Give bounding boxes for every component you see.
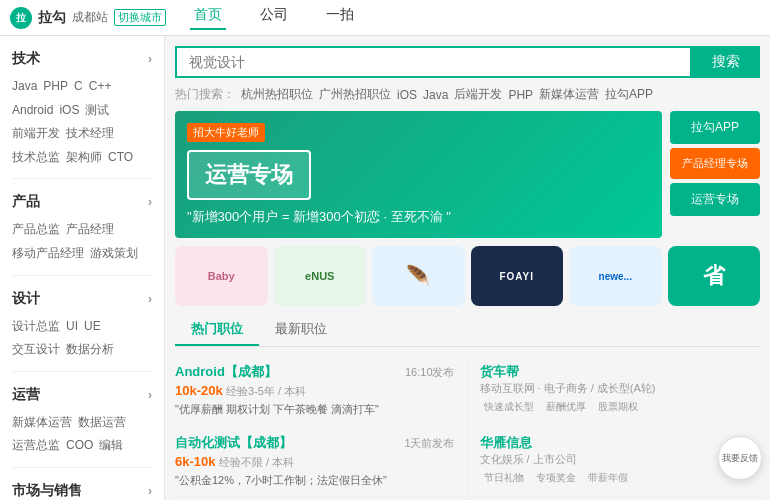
benefit-tag: 股票期权: [594, 399, 642, 415]
sidebar-links-operations: 新媒体运营 数据运营 运营总监 COO 编辑: [12, 410, 152, 463]
app-icon-save[interactable]: 省: [668, 246, 761, 306]
sidebar-link-ops-director[interactable]: 运营总监: [12, 435, 60, 457]
hot-link-backend[interactable]: 后端开发: [454, 86, 502, 103]
lagou-app-button[interactable]: 拉勾APP: [670, 111, 760, 144]
job-salary-autotest: 6k-10k 经验不限 / 本科: [175, 454, 455, 470]
sidebar-title-product[interactable]: 产品 ›: [12, 187, 152, 217]
nav-item-home[interactable]: 首页: [190, 6, 226, 30]
hot-link-ios[interactable]: iOS: [397, 88, 417, 102]
banner-tag: 招大牛好老师: [187, 123, 265, 142]
job-item-huochebang: 货车帮 移动互联网 · 电子商务 / 成长型(A轮) 快速成长型 薪酬优厚 股票…: [468, 355, 761, 426]
nav-item-company[interactable]: 公司: [256, 6, 292, 30]
job-benefits-huayan: 节日礼物 专项奖金 带薪年假: [480, 470, 753, 486]
sidebar-title-sales[interactable]: 市场与销售 ›: [12, 476, 152, 500]
job-meta-huayan: 文化娱乐 / 上市公司: [480, 452, 753, 467]
sidebar-link-ue[interactable]: UE: [84, 316, 101, 338]
job-meta-android: 经验3-5年 / 本科: [226, 385, 306, 397]
sidebar-link-frontend[interactable]: 前端开发: [12, 123, 60, 145]
sidebar-links-tech: Java PHP C C++ Android iOS 测试 前端开发 技术经理 …: [12, 74, 152, 174]
sidebar-link-c[interactable]: C: [74, 76, 83, 98]
sidebar-link-test[interactable]: 测试: [85, 100, 109, 122]
job-salary-value-autotest: 6k-10k: [175, 454, 215, 469]
sidebar-link-product-director[interactable]: 产品总监: [12, 219, 60, 241]
job-title-huochebang[interactable]: 货车帮: [480, 363, 753, 381]
feedback-button[interactable]: 我要反馈: [718, 436, 762, 480]
banner-title: 运营专场: [187, 150, 311, 200]
app-icon-enus[interactable]: eNUS: [274, 246, 367, 306]
job-salary-value: 10k-20k: [175, 383, 223, 398]
job-item-android: Android【成都】 16:10发布 10k-20k 经验3-5年 / 本科 …: [175, 355, 468, 426]
benefit-tag: 带薪年假: [584, 470, 632, 486]
hot-link-java[interactable]: Java: [423, 88, 448, 102]
sidebar-link-product-manager[interactable]: 产品经理: [66, 219, 114, 241]
feedback-label: 我要反馈: [722, 453, 758, 464]
sidebar-title-tech[interactable]: 技术 ›: [12, 44, 152, 74]
sidebar-link-android[interactable]: Android: [12, 100, 53, 122]
job-meta-huochebang: 移动互联网 · 电子商务 / 成长型(A轮): [480, 381, 753, 396]
sidebar-section-operations: 运营 › 新媒体运营 数据运营 运营总监 COO 编辑: [0, 372, 164, 467]
sidebar-link-tech-director[interactable]: 技术总监: [12, 147, 60, 169]
sidebar-link-data-analysis[interactable]: 数据分析: [66, 339, 114, 361]
job-title-autotest[interactable]: 自动化测试【成都】: [175, 434, 292, 452]
benefit-tag: 专项奖金: [532, 470, 580, 486]
app-icon-newegg-label: newe...: [599, 271, 632, 282]
sidebar-link-game-design[interactable]: 游戏策划: [90, 243, 138, 265]
sidebar-link-design-director[interactable]: 设计总监: [12, 316, 60, 338]
hot-link-php[interactable]: PHP: [508, 88, 533, 102]
sidebar-link-data-ops[interactable]: 数据运营: [78, 412, 126, 434]
sidebar-link-architect[interactable]: 架构师: [66, 147, 102, 169]
search-input[interactable]: [175, 46, 692, 78]
sidebar-title-design[interactable]: 设计 ›: [12, 284, 152, 314]
sidebar-link-cto[interactable]: CTO: [108, 147, 133, 169]
switch-city-button[interactable]: 切换城市: [114, 9, 166, 26]
main-nav: 首页 公司 一拍: [190, 6, 358, 30]
search-button[interactable]: 搜索: [692, 46, 760, 78]
logo-text: 拉勾: [38, 9, 66, 27]
app-icon-baby[interactable]: Baby: [175, 246, 268, 306]
sidebar-section-product: 产品 › 产品总监 产品经理 移动产品经理 游戏策划: [0, 179, 164, 274]
hot-link-media-ops[interactable]: 新媒体运营: [539, 86, 599, 103]
chevron-right-icon: ›: [148, 484, 152, 498]
job-time-android: 16:10发布: [405, 365, 455, 380]
content-area: 搜索 热门搜索： 杭州热招职位 广州热招职位 iOS Java 后端开发 PHP…: [165, 36, 770, 500]
hot-link-hangzhou[interactable]: 杭州热招职位: [241, 86, 313, 103]
banner[interactable]: 招大牛好老师 运营专场 "新增300个用户 = 新增300个初恋 · 至死不渝 …: [175, 111, 662, 238]
ops-channel-button[interactable]: 运营专场: [670, 183, 760, 216]
job-desc-android: "优厚薪酬 期权计划 下午茶晚餐 滴滴打车": [175, 402, 455, 417]
tab-new-jobs[interactable]: 最新职位: [259, 314, 343, 346]
sidebar-link-editor[interactable]: 编辑: [99, 435, 123, 457]
sidebar-link-interaction[interactable]: 交互设计: [12, 339, 60, 361]
job-desc-autotest: "公积金12%，7小时工作制；法定假日全休": [175, 473, 455, 488]
logo-icon: 拉: [10, 7, 32, 29]
app-icon-newegg[interactable]: newe...: [569, 246, 662, 306]
sidebar-link-tech-manager[interactable]: 技术经理: [66, 123, 114, 145]
sidebar-link-mobile-pm[interactable]: 移动产品经理: [12, 243, 84, 265]
benefit-tag: 薪酬优厚: [542, 399, 590, 415]
app-icon-enus-label: eNUS: [305, 270, 334, 282]
sidebar-link-ui[interactable]: UI: [66, 316, 78, 338]
sidebar-link-cpp[interactable]: C++: [89, 76, 112, 98]
sidebar-link-media-ops[interactable]: 新媒体运营: [12, 412, 72, 434]
logo-city: 成都站: [72, 9, 108, 26]
sidebar-link-coo[interactable]: COO: [66, 435, 93, 457]
app-icon-feather-icon: 🪶: [406, 264, 431, 288]
job-benefits-huochebang: 快速成长型 薪酬优厚 股票期权: [480, 399, 753, 415]
logo: 拉 拉勾 成都站 切换城市: [10, 7, 170, 29]
hot-link-guangzhou[interactable]: 广州热招职位: [319, 86, 391, 103]
nav-item-yipai[interactable]: 一拍: [322, 6, 358, 30]
sidebar-title-operations[interactable]: 运营 ›: [12, 380, 152, 410]
job-time-autotest: 1天前发布: [404, 436, 454, 451]
app-icon-blue[interactable]: 🪶: [372, 246, 465, 306]
tab-hot-jobs[interactable]: 热门职位: [175, 314, 259, 346]
job-title-android[interactable]: Android【成都】: [175, 363, 277, 381]
hot-search-row: 热门搜索： 杭州热招职位 广州热招职位 iOS Java 后端开发 PHP 新媒…: [175, 86, 760, 103]
sidebar-link-ios[interactable]: iOS: [59, 100, 79, 122]
job-salary-android: 10k-20k 经验3-5年 / 本科: [175, 383, 455, 399]
pm-channel-button[interactable]: 产品经理专场: [670, 148, 760, 179]
benefit-tag: 节日礼物: [480, 470, 528, 486]
app-icon-foayi[interactable]: FOAYI: [471, 246, 564, 306]
job-title-huayan[interactable]: 华雁信息: [480, 434, 753, 452]
hot-link-lagouapp[interactable]: 拉勾APP: [605, 86, 653, 103]
sidebar-link-php[interactable]: PHP: [43, 76, 68, 98]
sidebar-link-java[interactable]: Java: [12, 76, 37, 98]
